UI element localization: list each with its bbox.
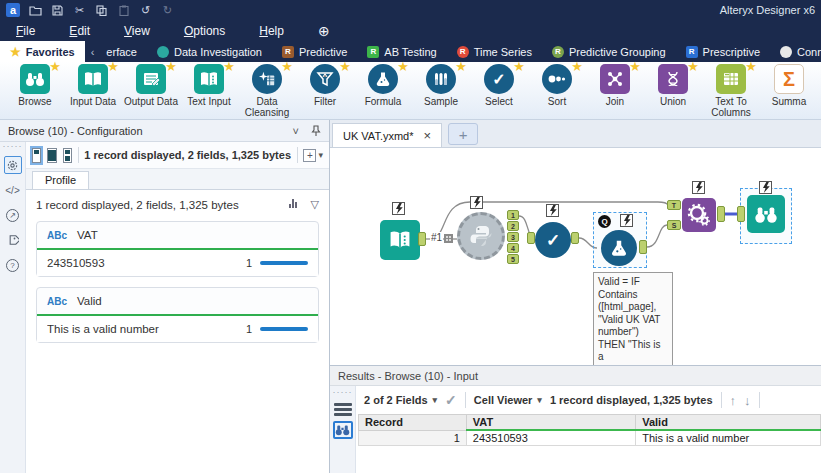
filter-funnel-icon: ★ xyxy=(310,64,340,94)
globe-icon[interactable]: ⊕ xyxy=(318,23,330,39)
previous-record-icon[interactable]: ↑ xyxy=(730,393,737,408)
menu-options[interactable]: Options xyxy=(184,24,225,38)
star-icon: ★ xyxy=(10,46,21,58)
palette-tool-text-input[interactable]: ★ Text Input xyxy=(180,64,238,119)
close-tab-icon[interactable]: × xyxy=(424,129,432,142)
column-header-vat[interactable]: VAT xyxy=(466,415,635,431)
palette-tool-input-data[interactable]: ★ Input Data xyxy=(64,64,122,119)
palette-tool-browse[interactable]: ★ Browse xyxy=(6,64,64,119)
collapse-chevron-icon[interactable]: ˅ xyxy=(293,125,299,137)
apply-check-icon[interactable]: ✓ xyxy=(445,392,457,408)
pin-icon[interactable] xyxy=(311,125,321,137)
input-anchor[interactable] xyxy=(737,206,745,222)
ribbon-scroll-left-icon[interactable]: ‹ xyxy=(85,41,97,62)
input-anchor[interactable] xyxy=(527,232,535,244)
value-frequency-bar xyxy=(260,261,308,265)
text-input-node[interactable] xyxy=(380,220,420,260)
ribbon-tab-favorites[interactable]: ★ Favorites xyxy=(0,41,85,62)
filter-icon[interactable]: ▽ xyxy=(311,198,319,211)
output-anchor[interactable] xyxy=(639,240,647,254)
undo-icon[interactable]: ↺ xyxy=(139,4,152,17)
single-pane-view-button[interactable] xyxy=(32,148,41,163)
drag-handle-dots[interactable]: ····· xyxy=(333,387,353,397)
column-header-valid[interactable]: Valid xyxy=(636,415,821,431)
two-row-view-button[interactable] xyxy=(63,148,72,163)
favorite-star-icon: ★ xyxy=(629,60,641,73)
browse-view-toolbar: 1 record displayed, 2 fields, 1,325 byte… xyxy=(26,142,329,169)
valid-cell[interactable]: This is a valid number xyxy=(636,430,821,446)
field-value-row[interactable]: This is a valid number 1 xyxy=(37,316,318,342)
two-column-view-button[interactable] xyxy=(47,148,56,163)
python-output-anchors[interactable]: 1 2 3 4 5 xyxy=(507,210,519,264)
palette-tool-formula[interactable]: ★ Formula xyxy=(354,64,412,119)
fields-dropdown[interactable]: 2 of 2 Fields▾ xyxy=(364,394,437,406)
python-tool-node[interactable] xyxy=(457,212,505,260)
menu-view[interactable]: View xyxy=(124,24,150,38)
drag-handle-dots[interactable]: ····· xyxy=(3,144,23,149)
data-cleansing-icon: ★ xyxy=(252,64,282,94)
cell-viewer-dropdown[interactable]: Cell Viewer▾ xyxy=(474,394,542,406)
code-icon[interactable]: </> xyxy=(4,181,22,199)
add-view-dropdown[interactable]: +▾ xyxy=(303,149,323,162)
browse-anchor-icon[interactable] xyxy=(333,421,353,439)
palette-tool-sample[interactable]: ★ Sample xyxy=(412,64,470,119)
palette-tool-join[interactable]: ★ Join xyxy=(586,64,644,119)
ribbon-tab-interface-partial[interactable]: erface xyxy=(96,41,147,62)
menu-edit[interactable]: Edit xyxy=(69,24,90,38)
new-workflow-button[interactable]: + xyxy=(448,123,478,145)
copy-icon[interactable] xyxy=(95,4,108,17)
formula-tool-node[interactable] xyxy=(601,230,637,266)
runtime-bolt-badge xyxy=(692,181,705,194)
navigate-icon[interactable]: ↗ xyxy=(4,206,22,224)
favorite-star-icon: ★ xyxy=(165,60,177,73)
paste-icon[interactable] xyxy=(117,4,130,17)
tab-profile[interactable]: Profile xyxy=(32,171,89,189)
cut-icon[interactable]: ✂ xyxy=(73,4,86,17)
python-input-anchor[interactable] xyxy=(444,234,453,243)
save-icon[interactable] xyxy=(51,4,64,17)
column-header-record[interactable]: Record xyxy=(359,415,467,431)
open-file-icon[interactable] xyxy=(29,4,42,17)
record-info-text: 1 record displayed, 2 fields, 1,325 byte… xyxy=(84,149,291,161)
record-number-cell[interactable]: 1 xyxy=(359,430,467,446)
palette-tool-sort[interactable]: ★ Sort xyxy=(528,64,586,119)
histogram-icon[interactable] xyxy=(289,198,297,208)
source-input-anchor[interactable]: S xyxy=(667,220,681,230)
palette-tool-data-cleansing[interactable]: ★ Data Cleansing xyxy=(238,64,296,119)
menu-help[interactable]: Help xyxy=(259,24,284,38)
palette-tool-select[interactable]: ✓ ★ Select xyxy=(470,64,528,119)
output-anchor[interactable] xyxy=(418,232,426,246)
palette-tool-union[interactable]: ★ Union xyxy=(644,64,702,119)
workflow-document-tab[interactable]: UK VAT.yxmd* × xyxy=(332,123,442,147)
next-record-icon[interactable]: ↓ xyxy=(744,393,751,408)
redo-icon[interactable]: ↻ xyxy=(161,4,174,17)
favorite-star-icon: ★ xyxy=(223,60,235,73)
palette-tool-output-data[interactable]: ★ Output Data xyxy=(122,64,180,119)
help-icon[interactable]: ? xyxy=(4,256,22,274)
table-view-icon[interactable] xyxy=(334,401,352,417)
workflow-canvas[interactable]: #1 1 2 3 4 5 xyxy=(330,148,821,365)
palette-tool-text-to-columns[interactable]: ★ Text To Columns xyxy=(702,64,760,119)
field-value-row[interactable]: 243510593 1 xyxy=(37,250,318,276)
settings-gear-icon[interactable] xyxy=(4,156,22,174)
target-input-anchor[interactable]: T xyxy=(667,200,681,210)
ribbon-tab-connectors[interactable]: Connectors xyxy=(770,41,821,62)
select-tool-node[interactable]: ✓ xyxy=(535,222,571,258)
formula-annotation[interactable]: Valid = IF Contains ([html_page], "Valid… xyxy=(593,272,673,365)
configuration-side-strip: ····· </> ↗ ? xyxy=(0,142,26,473)
vat-cell[interactable]: 243510593 xyxy=(466,430,635,446)
palette-tool-filter[interactable]: ★ Filter xyxy=(296,64,354,119)
output-anchor[interactable] xyxy=(717,206,725,222)
formula-flask-icon: ★ xyxy=(368,64,398,94)
palette-tool-summarize[interactable]: Σ Summa xyxy=(760,64,818,119)
output-anchor[interactable] xyxy=(571,232,579,244)
profile-tab-row: Profile xyxy=(26,169,329,190)
alteryx-logo-icon[interactable]: a xyxy=(6,3,20,17)
tag-icon[interactable] xyxy=(4,231,22,249)
menu-file[interactable]: File xyxy=(16,24,35,38)
append-fields-tool-node[interactable] xyxy=(682,198,716,232)
browse-tool-node[interactable] xyxy=(747,195,785,233)
field-name: VAT xyxy=(77,229,98,241)
ribbon-tab-predictive-grouping[interactable]: R Predictive Grouping xyxy=(542,41,676,62)
table-row[interactable]: 1 243510593 This is a valid number xyxy=(359,430,821,446)
